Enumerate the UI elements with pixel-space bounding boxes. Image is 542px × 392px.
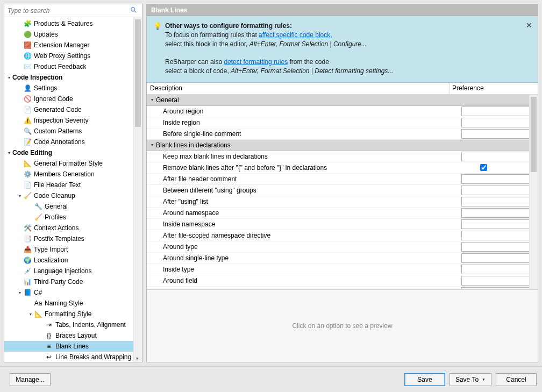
- tree-item-postfix-templates[interactable]: 📑Postfix Templates: [4, 233, 142, 244]
- tree-item-general-formatter-style[interactable]: 📐General Formatter Style: [4, 158, 142, 169]
- number-spinner[interactable]: ▲▼: [461, 208, 537, 218]
- scroll-down-icon[interactable]: ▾: [136, 356, 138, 361]
- expand-caret-icon[interactable]: ▾: [17, 194, 23, 198]
- spinner-input[interactable]: [462, 254, 538, 262]
- tree-item-formatting-style[interactable]: ▾📐Formatting Style: [4, 309, 142, 319]
- collapse-caret-icon[interactable]: ▾: [149, 97, 155, 102]
- tree-item-third-party-code[interactable]: 📊Third-Party Code: [4, 276, 142, 287]
- close-icon[interactable]: ✕: [526, 20, 532, 31]
- splitter[interactable]: [142, 4, 146, 362]
- option-row[interactable]: Remove blank lines after "{" and before …: [147, 162, 538, 174]
- col-description[interactable]: Description: [147, 84, 450, 92]
- group-blank-lines-in-declarations[interactable]: ▾Blank lines in declarations: [147, 140, 538, 151]
- number-spinner[interactable]: ▲▼: [461, 265, 537, 274]
- tree-item-custom-patterns[interactable]: 🔍Custom Patterns: [4, 126, 142, 137]
- option-row[interactable]: Around single line field▲▼: [147, 287, 538, 289]
- tree-item-inspection-severity[interactable]: ⚠️Inspection Severity: [4, 115, 142, 126]
- scrollbar-thumb[interactable]: [531, 97, 537, 172]
- expand-caret-icon[interactable]: ▾: [17, 290, 23, 295]
- expand-caret-icon[interactable]: ▾: [28, 312, 33, 317]
- number-spinner[interactable]: ▲▼: [461, 118, 537, 127]
- tree-item-members-generation[interactable]: ⚙️Members Generation: [4, 169, 142, 180]
- option-row[interactable]: After "using" list▲▼: [147, 196, 538, 208]
- option-row[interactable]: Before single-line comment▲▼: [147, 129, 538, 140]
- spinner-input[interactable]: [462, 153, 538, 160]
- option-row[interactable]: Inside type▲▼: [147, 264, 538, 275]
- spinner-input[interactable]: [462, 232, 538, 239]
- col-preference[interactable]: Preference: [450, 83, 529, 94]
- tree-item-naming-style[interactable]: AaNaming Style: [4, 298, 142, 309]
- spinner-input[interactable]: [462, 187, 538, 194]
- tree-item-code-cleanup[interactable]: ▾🧹Code Cleanup: [4, 190, 142, 201]
- expand-caret-icon[interactable]: ▾: [6, 75, 12, 80]
- tree-item-profiles[interactable]: 🧹Profiles: [4, 212, 142, 223]
- tree-item-language-injections[interactable]: 💉Language Injections: [4, 266, 142, 276]
- option-row[interactable]: Between different "using" groups▲▼: [147, 185, 538, 196]
- number-spinner[interactable]: ▲▼: [461, 287, 537, 289]
- option-row[interactable]: Around single-line type▲▼: [147, 253, 538, 264]
- scrollbar-thumb[interactable]: [135, 19, 141, 127]
- spinner-input[interactable]: [462, 119, 538, 126]
- tree-item-general[interactable]: 🔧General: [4, 201, 142, 212]
- spinner-input[interactable]: [462, 130, 538, 138]
- number-spinner[interactable]: ▲▼: [461, 174, 537, 184]
- option-row[interactable]: Around field▲▼: [147, 275, 538, 287]
- tree-item-localization[interactable]: 🌍Localization: [4, 255, 142, 266]
- tree-item-web-proxy-settings[interactable]: 🌐Web Proxy Settings: [4, 51, 142, 61]
- expand-caret-icon[interactable]: ▾: [6, 151, 12, 155]
- option-row[interactable]: After file header comment▲▼: [147, 174, 538, 185]
- number-spinner[interactable]: ▲▼: [461, 129, 537, 139]
- collapse-caret-icon[interactable]: ▾: [149, 142, 155, 147]
- tree-item-settings[interactable]: 👤Settings: [4, 83, 142, 94]
- tree-item-type-import[interactable]: 📥Type Import: [4, 244, 142, 255]
- option-row[interactable]: Inside region▲▼: [147, 117, 538, 129]
- number-spinner[interactable]: ▲▼: [461, 152, 537, 161]
- tree-item-code-inspection[interactable]: ▾Code Inspection: [4, 72, 142, 83]
- save-button[interactable]: Save: [404, 373, 445, 386]
- tree-item-tabs-indents-alignment[interactable]: ⇥Tabs, Indents, Alignment: [4, 319, 142, 330]
- option-row[interactable]: Inside namespace▲▼: [147, 219, 538, 230]
- number-spinner[interactable]: ▲▼: [461, 276, 537, 286]
- link-affect-specific[interactable]: affect specific code block: [259, 31, 330, 39]
- tree-item-c-[interactable]: ▾📘C#: [4, 287, 142, 298]
- option-row[interactable]: After file-scoped namespace directive▲▼: [147, 230, 538, 241]
- number-spinner[interactable]: ▲▼: [461, 219, 537, 229]
- option-row[interactable]: Around region▲▼: [147, 106, 538, 117]
- spinner-input[interactable]: [462, 243, 538, 251]
- option-row[interactable]: Around namespace▲▼: [147, 208, 538, 219]
- spinner-input[interactable]: [462, 209, 538, 217]
- manage-button[interactable]: Manage...: [10, 373, 51, 386]
- option-row[interactable]: Around type▲▼: [147, 241, 538, 253]
- search-input[interactable]: [4, 5, 130, 16]
- tree-item-code-annotations[interactable]: 📝Code Annotations: [4, 137, 142, 147]
- number-spinner[interactable]: ▲▼: [461, 106, 537, 116]
- number-spinner[interactable]: ▲▼: [461, 231, 537, 240]
- spinner-input[interactable]: [462, 266, 538, 273]
- group-general[interactable]: ▾General: [147, 95, 538, 106]
- tree-scrollbar[interactable]: ▾: [133, 17, 142, 362]
- spinner-input[interactable]: [462, 198, 538, 205]
- tree-item-products-features[interactable]: 🧩Products & Features: [4, 18, 142, 29]
- number-spinner[interactable]: ▲▼: [461, 242, 537, 252]
- number-spinner[interactable]: ▲▼: [461, 253, 537, 263]
- spinner-input[interactable]: [462, 288, 538, 289]
- save-to-button[interactable]: Save To▼: [450, 373, 491, 386]
- spinner-input[interactable]: [462, 175, 538, 183]
- spinner-input[interactable]: [462, 220, 538, 228]
- spinner-input[interactable]: [462, 108, 538, 115]
- number-spinner[interactable]: ▲▼: [461, 186, 537, 195]
- tree-item-updates[interactable]: 🟢Updates: [4, 29, 142, 40]
- tree-item-extension-manager[interactable]: 🧱Extension Manager: [4, 40, 142, 51]
- cancel-button[interactable]: Cancel: [496, 373, 537, 386]
- tree-item-blank-lines[interactable]: ≡Blank Lines: [4, 341, 142, 352]
- options-scrollbar[interactable]: [529, 95, 538, 289]
- link-detect-rules[interactable]: detect formatting rules: [224, 58, 288, 66]
- tree-item-file-header-text[interactable]: 📄File Header Text: [4, 180, 142, 190]
- tree-item-ignored-code[interactable]: 🚫Ignored Code: [4, 94, 142, 104]
- option-checkbox[interactable]: [480, 164, 487, 171]
- tree-item-generated-code[interactable]: 📄Generated Code: [4, 104, 142, 115]
- search-icon[interactable]: [130, 6, 139, 15]
- tree-item-code-editing[interactable]: ▾Code Editing: [4, 147, 142, 158]
- tree-item-context-actions[interactable]: 🛠️Context Actions: [4, 223, 142, 233]
- number-spinner[interactable]: ▲▼: [461, 197, 537, 206]
